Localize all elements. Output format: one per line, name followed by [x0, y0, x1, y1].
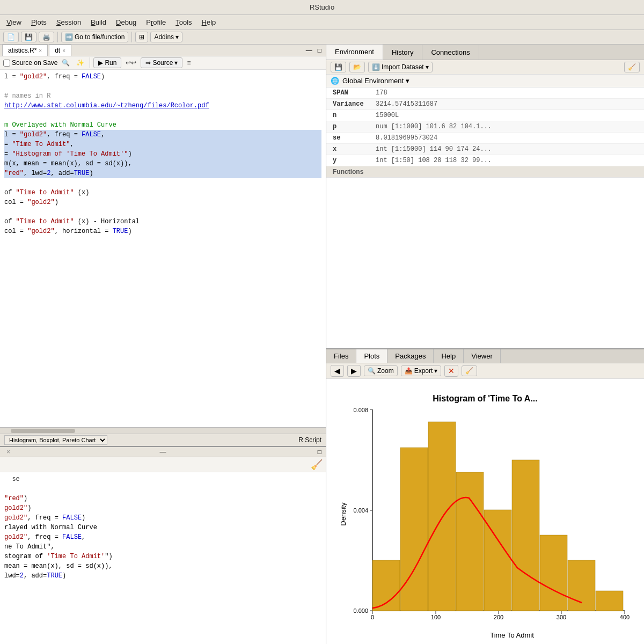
load-env-btn[interactable]: 📂 [349, 62, 365, 72]
console-toolbar: 🧹 [0, 457, 326, 472]
zoom-icon: 🔍 [368, 367, 376, 375]
code-editor[interactable]: l = "gold2", freq = FALSE) # names in R … [0, 70, 326, 427]
source-on-save-label[interactable]: Source on Save [3, 59, 57, 67]
tab-environment[interactable]: Environment [326, 45, 383, 60]
env-row-se: se 8.01819699573024 [326, 133, 644, 144]
env-var-variance-value: 3214.57415311687 [376, 100, 638, 108]
globe-icon: 🌐 [331, 77, 339, 85]
code-line-2 [4, 82, 321, 91]
left-panel: atistics.R* × dt × — □ Source on Save 🔍 [0, 45, 326, 644]
main-layout: atistics.R* × dt × — □ Source on Save 🔍 [0, 45, 644, 644]
run-arrow: ▶ [98, 59, 103, 67]
console-maximize-btn[interactable]: □ [316, 447, 324, 457]
env-var-p-value: num [1:1000] 101.6 82 104.1... [376, 123, 638, 130]
env-row-y: y int [1:50] 108 28 118 32 99... [326, 155, 644, 166]
editor-scrollbar-thumb[interactable] [11, 429, 75, 433]
global-env-bar[interactable]: 🌐 Global Environment ▾ [326, 75, 644, 87]
code-line-12: of "Time to Admit" (x) [4, 188, 321, 197]
code-line-15: of "Time to Admit" (x) - Horizontal [4, 217, 321, 226]
console-line-3: "red") [4, 494, 321, 503]
tab-connections[interactable]: Connections [422, 45, 479, 60]
editor-tab-statistics[interactable]: atistics.R* × [2, 45, 48, 56]
tab-history[interactable]: History [383, 45, 422, 60]
env-var-x-value: int [1:15000] 114 90 174 24... [376, 145, 638, 153]
env-var-span-name: SPAN [333, 89, 376, 97]
menu-tools[interactable]: Tools [171, 16, 196, 28]
script-type-label: R Script [298, 436, 321, 444]
tab-files[interactable]: Files [326, 349, 356, 363]
go-to-file-arrow: ➡️ [65, 33, 73, 41]
save-env-btn[interactable]: 💾 [331, 62, 346, 72]
grid-btn[interactable]: ⊞ [135, 32, 148, 42]
tab-plots[interactable]: Plots [356, 349, 387, 363]
console-minimize-btn[interactable]: — [157, 447, 168, 457]
editor-toolbar: Source on Save 🔍 ✨ ▶ Run ↩↩ ⇒ Source ▾ ≡ [0, 56, 326, 70]
editor-maximize-btn[interactable]: □ [316, 46, 324, 55]
addins-btn[interactable]: Addins ▾ [150, 32, 182, 42]
x-tick-0: 0 [371, 614, 374, 620]
console-line-5: gold2", freq = FALSE) [4, 513, 321, 523]
editor-tab-statistics-label: atistics.R* [8, 47, 36, 54]
chart-type-select[interactable]: Histogram, Boxplot, Pareto Chart [4, 435, 107, 445]
editor-minimize-btn[interactable]: — [304, 46, 314, 55]
next-plot-btn[interactable]: ▶ [347, 365, 361, 377]
console-line-11: lwd=2, add=TRUE) [4, 571, 321, 581]
env-var-se-name: se [333, 134, 376, 142]
title-bar: RStudio [0, 0, 644, 15]
menu-session[interactable]: Session [52, 16, 85, 28]
editor-scrollbar-h[interactable] [0, 427, 326, 434]
editor-area: atistics.R* × dt × — □ Source on Save 🔍 [0, 45, 326, 446]
wand-btn[interactable]: ✨ [74, 58, 86, 68]
tab-packages[interactable]: Packages [387, 349, 434, 363]
menu-help[interactable]: Help [197, 16, 221, 28]
env-var-p-name: p [333, 123, 376, 130]
env-row-span: SPAN 178 [326, 87, 644, 99]
source-dropdown[interactable]: ▾ [174, 59, 178, 67]
zoom-btn[interactable]: 🔍 Zoom [364, 365, 398, 376]
save-btn[interactable]: 💾 [21, 32, 36, 42]
tab-help-label: Help [441, 352, 456, 360]
bar-2 [400, 448, 428, 611]
source-on-save-checkbox[interactable] [3, 60, 10, 67]
run-btn[interactable]: ▶ Run [93, 57, 121, 68]
histogram-container: Histogram of 'Time To A... Density Time … [332, 384, 639, 645]
menu-plots[interactable]: Plots [27, 16, 51, 28]
editor-tab-dt[interactable]: dt × [49, 45, 71, 56]
console-close-btn[interactable]: × [6, 448, 10, 456]
tab-help[interactable]: Help [434, 349, 464, 363]
files-tabs: Files Plots Packages Help Viewer [326, 348, 644, 363]
console-line-8: ne To Admit", [4, 542, 321, 552]
search-btn[interactable]: 🔍 [60, 58, 72, 68]
code-line-5: m Overlayed with Normal Curve [4, 120, 321, 130]
prev-plot-btn[interactable]: ◀ [331, 365, 344, 377]
go-to-file-btn[interactable]: ➡️ Go to file/function [61, 32, 128, 42]
menu-build[interactable]: Build [86, 16, 111, 28]
console-content[interactable]: se "red") gold2") gold2", freq = FALSE) … [0, 472, 326, 644]
print-btn[interactable]: 🖨️ [39, 32, 54, 42]
run-label: Run [105, 59, 116, 67]
toolbar-sep-2 [131, 32, 132, 42]
menu-view[interactable]: View [2, 16, 26, 28]
console-clear-btn[interactable]: 🧹 [311, 459, 323, 471]
env-row-p: p num [1:1000] 101.6 82 104.1... [326, 121, 644, 133]
env-var-span-value: 178 [376, 89, 638, 97]
export-btn[interactable]: 📤 Export ▾ [401, 365, 442, 376]
y-tick-0: 0.000 [353, 608, 368, 614]
tab-viewer[interactable]: Viewer [464, 349, 501, 363]
menu-debug[interactable]: Debug [112, 16, 141, 28]
format-btn[interactable]: ≡ [185, 58, 193, 68]
go-to-file-label: Go to file/function [75, 33, 125, 41]
code-line-4 [4, 111, 321, 120]
source-on-save-text: Source on Save [12, 59, 57, 67]
source-btn[interactable]: ⇒ Source ▾ [141, 57, 182, 68]
re-run-btn[interactable]: ↩↩ [123, 58, 138, 68]
delete-plot-btn[interactable]: ✕ [444, 365, 458, 377]
import-dataset-btn[interactable]: ⬇️ Import Dataset ▾ [368, 62, 433, 72]
broom-env-btn[interactable]: 🧹 [624, 62, 640, 72]
import-dataset-arrow: ▾ [426, 63, 429, 71]
broom-plots-btn[interactable]: 🧹 [462, 365, 477, 376]
new-file-btn[interactable]: 📄 [3, 32, 19, 42]
editor-tab-dt-close[interactable]: × [62, 48, 65, 54]
editor-tab-statistics-close[interactable]: × [39, 48, 42, 54]
menu-profile[interactable]: Profile [142, 16, 170, 28]
